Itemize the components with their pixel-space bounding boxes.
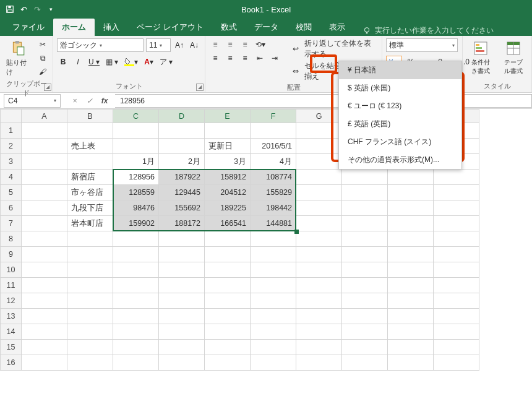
cell-E3[interactable]: 3月 xyxy=(205,154,251,170)
cell-blank[interactable] xyxy=(388,247,434,262)
cell-H10[interactable] xyxy=(342,262,388,278)
cell-G7[interactable] xyxy=(296,216,342,231)
cell-blank[interactable] xyxy=(388,309,434,324)
row-header-8[interactable]: 8 xyxy=(1,231,22,247)
cell-blank[interactable] xyxy=(388,355,434,371)
cell-G11[interactable] xyxy=(296,278,342,293)
cell-C15[interactable] xyxy=(113,340,159,355)
cell-E7[interactable]: 166541 xyxy=(205,216,251,231)
cell-H7[interactable] xyxy=(342,216,388,231)
cell-blank[interactable] xyxy=(434,231,479,247)
wrap-text-button[interactable]: ↩ 折り返して全体を表示する xyxy=(290,38,378,59)
cell-blank[interactable] xyxy=(388,200,434,216)
cell-H4[interactable] xyxy=(342,170,388,185)
cell-G15[interactable] xyxy=(296,340,342,355)
cell-D15[interactable] xyxy=(159,340,205,355)
row-header-1[interactable]: 1 xyxy=(1,123,22,139)
font-color-button[interactable]: A▾ xyxy=(142,56,155,68)
cell-G13[interactable] xyxy=(296,309,342,324)
number-format-combo[interactable]: 標準▾ xyxy=(386,38,458,52)
cell-C1[interactable] xyxy=(113,123,159,139)
cell-G5[interactable] xyxy=(296,185,342,200)
cell-A9[interactable] xyxy=(22,247,67,262)
cell-F16[interactable] xyxy=(251,355,296,371)
cell-A14[interactable] xyxy=(22,324,67,340)
underline-button[interactable]: U ▾ xyxy=(87,56,101,68)
cell-A13[interactable] xyxy=(22,309,67,324)
cell-C12[interactable] xyxy=(113,293,159,309)
cell-A4[interactable] xyxy=(22,170,67,185)
cell-H13[interactable] xyxy=(342,309,388,324)
orientation-icon[interactable]: ⟲▾ xyxy=(254,38,267,51)
cell-D1[interactable] xyxy=(159,123,205,139)
cell-G14[interactable] xyxy=(296,324,342,340)
phonetic-button[interactable]: ア ▾ xyxy=(158,56,174,68)
font-name-combo[interactable]: 游ゴシック▾ xyxy=(57,38,144,52)
col-F[interactable]: F xyxy=(251,110,296,123)
cell-D12[interactable] xyxy=(159,293,205,309)
cell-blank[interactable] xyxy=(388,324,434,340)
paste-button[interactable]: 貼り付け xyxy=(4,38,32,78)
grow-font-icon[interactable]: A↑ xyxy=(173,39,186,51)
format-painter-icon[interactable]: 🖌 xyxy=(36,66,49,78)
cell-B13[interactable] xyxy=(67,309,113,324)
row-header-11[interactable]: 11 xyxy=(1,278,22,293)
cell-G2[interactable] xyxy=(296,139,342,154)
enter-icon[interactable]: ✓ xyxy=(84,95,95,106)
currency-item-gbp[interactable]: £ 英語 (英国) xyxy=(339,115,461,133)
cell-G4[interactable] xyxy=(296,170,342,185)
cell-B5[interactable]: 市ヶ谷店 xyxy=(67,185,113,200)
tab-review[interactable]: 校閲 xyxy=(287,19,320,36)
cell-C14[interactable] xyxy=(113,324,159,340)
currency-item-more[interactable]: その他の通貨表示形式(M)... xyxy=(339,151,461,169)
cut-icon[interactable]: ✂ xyxy=(36,38,49,51)
cell-A15[interactable] xyxy=(22,340,67,355)
row-header-16[interactable]: 16 xyxy=(1,355,22,371)
row-header-9[interactable]: 9 xyxy=(1,247,22,262)
cell-B2[interactable]: 売上表 xyxy=(67,139,113,154)
cell-blank[interactable] xyxy=(434,247,479,262)
currency-item-jpy[interactable]: ¥ 日本語 xyxy=(339,61,461,79)
row-header-13[interactable]: 13 xyxy=(1,309,22,324)
col-G[interactable]: G xyxy=(296,110,342,123)
cell-A2[interactable] xyxy=(22,139,67,154)
col-B[interactable]: B xyxy=(67,110,113,123)
bold-button[interactable]: B xyxy=(57,56,69,68)
row-header-7[interactable]: 7 xyxy=(1,216,22,231)
cell-B3[interactable] xyxy=(67,154,113,170)
cell-H15[interactable] xyxy=(342,340,388,355)
cell-C16[interactable] xyxy=(113,355,159,371)
cell-B14[interactable] xyxy=(67,324,113,340)
cell-blank[interactable] xyxy=(388,278,434,293)
cell-blank[interactable] xyxy=(388,262,434,278)
cell-H9[interactable] xyxy=(342,247,388,262)
row-header-10[interactable]: 10 xyxy=(1,262,22,278)
cell-C2[interactable] xyxy=(113,139,159,154)
cell-C4[interactable]: 128956 xyxy=(113,170,159,185)
cell-F4[interactable]: 108774 xyxy=(251,170,296,185)
fill-color-button[interactable]: ▾ xyxy=(122,56,140,68)
cancel-icon[interactable]: × xyxy=(69,95,80,106)
qat-customize-icon[interactable]: ▾ xyxy=(46,4,56,14)
col-C[interactable]: C xyxy=(113,110,159,123)
cell-E11[interactable] xyxy=(205,278,251,293)
cell-G12[interactable] xyxy=(296,293,342,309)
tab-home[interactable]: ホーム xyxy=(53,19,95,36)
cell-F3[interactable]: 4月 xyxy=(251,154,296,170)
cell-E2[interactable]: 更新日 xyxy=(205,139,251,154)
cell-G9[interactable] xyxy=(296,247,342,262)
align-top-icon[interactable]: ≡ xyxy=(209,38,221,51)
cell-G1[interactable] xyxy=(296,123,342,139)
cell-blank[interactable] xyxy=(388,231,434,247)
cell-C13[interactable] xyxy=(113,309,159,324)
align-right-icon[interactable]: ≡ xyxy=(239,52,251,64)
cell-blank[interactable] xyxy=(434,216,479,231)
cell-F12[interactable] xyxy=(251,293,296,309)
cell-D14[interactable] xyxy=(159,324,205,340)
cell-blank[interactable] xyxy=(388,216,434,231)
cell-D11[interactable] xyxy=(159,278,205,293)
row-header-2[interactable]: 2 xyxy=(1,139,22,154)
row-header-12[interactable]: 12 xyxy=(1,293,22,309)
cell-blank[interactable] xyxy=(388,170,434,185)
cell-E13[interactable] xyxy=(205,309,251,324)
